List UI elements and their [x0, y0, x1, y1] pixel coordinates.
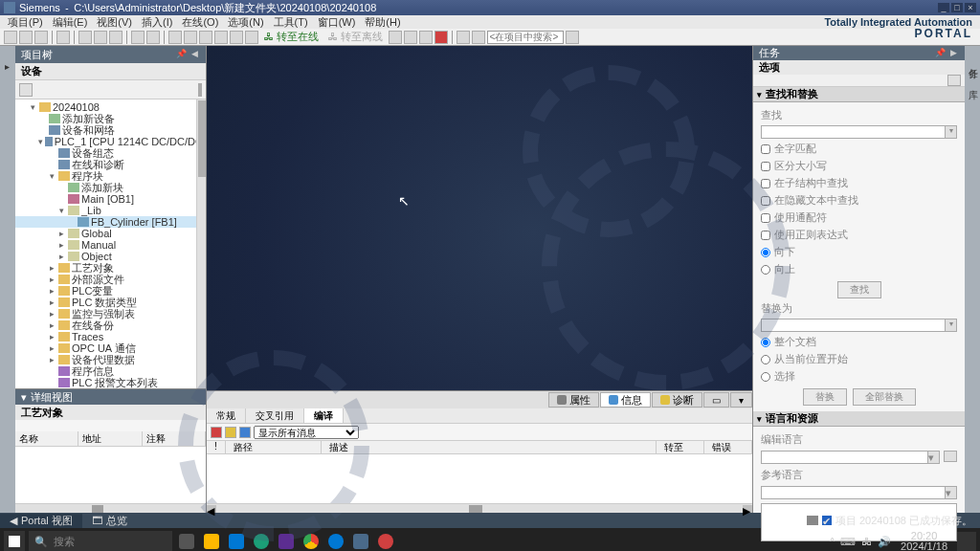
- tree-toolbar: [15, 80, 206, 99]
- menu-window[interactable]: 窗口(W): [314, 15, 360, 30]
- replace-all-button[interactable]: 全部替换: [853, 388, 916, 406]
- menubar: 项目(P) 编辑(E) 视图(V) 插入(I) 在线(O) 选项(N) 工具(T…: [0, 15, 980, 29]
- notifications-icon[interactable]: [957, 532, 976, 551]
- menu-project[interactable]: 项目(P): [4, 15, 47, 30]
- chk-whole-word[interactable]: 全字匹配: [761, 142, 957, 156]
- tasks-collapse-icon[interactable]: ▶: [947, 48, 959, 59]
- tb-a6[interactable]: [245, 31, 258, 44]
- app-icon: [4, 2, 15, 13]
- menu-options[interactable]: 选项(N): [224, 15, 267, 30]
- tray-up-icon[interactable]: ^: [830, 536, 835, 547]
- edit-lang-btn[interactable]: [944, 451, 957, 462]
- tb-search-go[interactable]: [566, 31, 579, 44]
- tree-scrollbar[interactable]: [196, 99, 206, 388]
- record-icon[interactable]: [375, 531, 396, 551]
- chk-substruct[interactable]: 在子结构中查找: [761, 176, 957, 190]
- right-side-tabs[interactable]: 任务 库: [965, 46, 980, 513]
- tb-b4[interactable]: [434, 31, 448, 44]
- tb-a3[interactable]: [199, 31, 212, 44]
- opt-btn[interactable]: [947, 75, 961, 86]
- brand-portal: PORTAL: [915, 27, 972, 40]
- ref-lang-select[interactable]: ▾: [761, 486, 957, 499]
- tia-icon[interactable]: [350, 531, 371, 551]
- app2-icon[interactable]: [325, 531, 346, 551]
- clock[interactable]: 20:202024/1/18: [897, 531, 951, 551]
- tree-tb3[interactable]: [200, 83, 202, 97]
- tb-b1[interactable]: [389, 31, 402, 44]
- explorer-icon[interactable]: [201, 531, 222, 551]
- tb-a2[interactable]: [184, 31, 197, 44]
- tb-b2[interactable]: [404, 31, 417, 44]
- tb-paste[interactable]: [109, 31, 122, 44]
- go-offline-button[interactable]: 🖧 转至离线: [324, 30, 387, 44]
- project-search-input[interactable]: [487, 31, 564, 44]
- find-button[interactable]: 查找: [837, 281, 881, 298]
- radio-selection[interactable]: 选择: [761, 369, 957, 384]
- background-gears: [207, 46, 752, 513]
- toolbar: 🖧 转至在线 🖧 转至离线: [0, 29, 980, 46]
- lang-res-header[interactable]: ▾语言和资源: [753, 411, 965, 427]
- tb-a5[interactable]: [230, 31, 243, 44]
- tree-collapse-icon[interactable]: ◀: [189, 49, 200, 60]
- project-tree[interactable]: ▾20240108 添加新设备 设备和网络 ▾PLC_1 [CPU 1214C …: [15, 99, 206, 388]
- chk-regex[interactable]: 使用正则表达式: [761, 228, 957, 242]
- ref-lang-label: 参考语言: [761, 468, 957, 482]
- titlebar: Siemens - C:\Users\Administrator\Desktop…: [0, 0, 980, 15]
- system-tray[interactable]: ^ ⌨ 🖧 🔊 20:202024/1/18: [830, 531, 976, 551]
- radio-down[interactable]: 向下: [761, 245, 957, 259]
- tb-redo[interactable]: [146, 31, 160, 44]
- edit-lang-select[interactable]: ▾: [761, 451, 940, 464]
- edit-lang-label: 编辑语言: [761, 432, 957, 447]
- replace-label: 替换为: [761, 301, 957, 316]
- chk-case[interactable]: 区分大小写: [761, 159, 957, 173]
- tasks-pin-icon[interactable]: 📌: [934, 48, 946, 59]
- tb-save[interactable]: [34, 31, 48, 44]
- menu-tools[interactable]: 工具(T): [270, 15, 312, 30]
- tb-c2[interactable]: [472, 31, 485, 44]
- menu-help[interactable]: 帮助(H): [361, 15, 404, 30]
- find-label: 查找: [761, 108, 957, 122]
- maximize-button[interactable]: □: [951, 3, 963, 12]
- chk-hidden[interactable]: 在隐藏文本中查找: [761, 193, 957, 208]
- tb-print[interactable]: [56, 31, 70, 44]
- tb-cut[interactable]: [78, 31, 92, 44]
- close-button[interactable]: ×: [965, 3, 976, 12]
- tree-pin-icon[interactable]: 📌: [175, 49, 187, 60]
- chk-wildcard[interactable]: 使用通配符: [761, 210, 957, 225]
- tb-c1[interactable]: [457, 31, 470, 44]
- windows-taskbar: 🔍 搜索 ^ ⌨ 🖧 🔊 20:202024/1/18: [0, 528, 980, 551]
- replace-button[interactable]: 替换: [803, 388, 847, 406]
- tb-copy[interactable]: [94, 31, 107, 44]
- tb-a4[interactable]: [214, 31, 228, 44]
- portal-view-tab[interactable]: ◀ Portal 视图: [0, 514, 82, 528]
- menu-insert[interactable]: 插入(I): [138, 15, 176, 30]
- left-side-tabs[interactable]: ▸: [0, 46, 15, 513]
- go-online-button[interactable]: 🖧 转至在线: [260, 30, 323, 44]
- menu-edit[interactable]: 编辑(E): [49, 15, 92, 30]
- tray-vol-icon[interactable]: 🔊: [878, 536, 891, 548]
- task-view-icon[interactable]: [176, 531, 197, 551]
- minimize-button[interactable]: _: [938, 3, 949, 12]
- info-hscroll[interactable]: ◀▶: [207, 503, 752, 513]
- tb-undo[interactable]: [131, 31, 145, 44]
- overview-tab[interactable]: 🗔 总览: [82, 514, 137, 528]
- menu-view[interactable]: 视图(V): [93, 15, 136, 30]
- tray-net-icon[interactable]: 🖧: [861, 536, 872, 547]
- replace-input[interactable]: ▾: [761, 319, 957, 332]
- find-input[interactable]: ▾: [761, 125, 957, 139]
- detail-hscroll[interactable]: [15, 503, 206, 513]
- menu-online[interactable]: 在线(O): [178, 15, 222, 30]
- tree-node-fb-cylinder[interactable]: FB_Cylinder [FB1]: [15, 216, 206, 228]
- tray-ime-icon[interactable]: ⌨: [840, 536, 856, 548]
- tree-tb1[interactable]: [19, 83, 33, 97]
- start-button[interactable]: [4, 531, 25, 551]
- tb-b3[interactable]: [419, 31, 433, 44]
- radio-from-cur[interactable]: 从当前位置开始: [761, 352, 957, 366]
- find-replace-header[interactable]: ▾查找和替换: [753, 87, 965, 102]
- radio-whole-doc[interactable]: 整个文档: [761, 335, 957, 349]
- tb-open[interactable]: [19, 31, 33, 44]
- taskbar-search[interactable]: 🔍 搜索: [29, 531, 172, 551]
- tb-new[interactable]: [4, 31, 17, 44]
- tb-a1[interactable]: [168, 31, 182, 44]
- title-text: Siemens - C:\Users\Administrator\Desktop…: [19, 1, 938, 15]
